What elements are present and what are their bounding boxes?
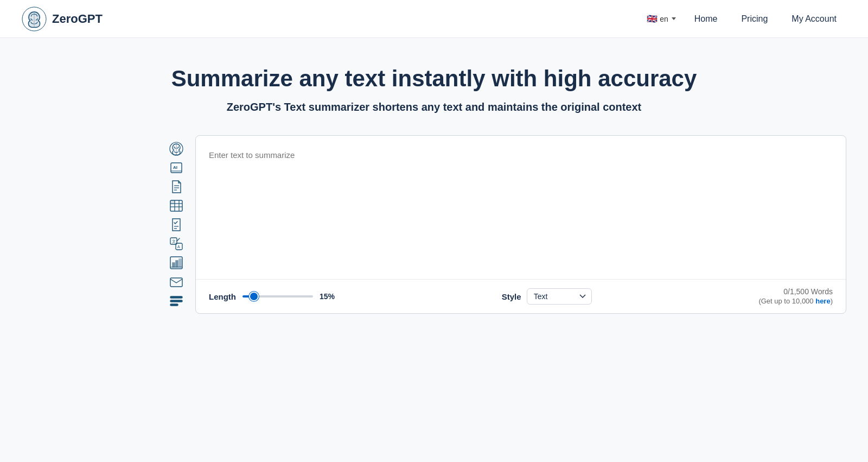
svg-rect-27	[170, 278, 182, 287]
language-selector[interactable]: 🇬🇧 en	[642, 11, 680, 26]
main-container: AI	[0, 135, 868, 314]
slider-container	[242, 295, 313, 298]
svg-rect-30	[170, 304, 178, 306]
length-slider[interactable]	[242, 295, 313, 298]
upgrade-text-after: )	[831, 297, 833, 305]
header: ZeroGPT 🇬🇧 en Home Pricing My Account	[0, 0, 868, 38]
style-label: Style	[502, 292, 521, 301]
sidebar-item-ai-detector[interactable]	[164, 141, 188, 156]
brain-icon	[169, 141, 184, 156]
upgrade-text-before: (Get up to 10,000	[758, 297, 815, 305]
checklist-icon	[169, 217, 184, 232]
chart-icon	[169, 255, 184, 270]
style-select[interactable]: TextBullet PointsParagraph	[527, 288, 592, 305]
table-icon	[169, 198, 184, 213]
svg-rect-15	[170, 200, 175, 204]
ai-content-icon: AI	[169, 160, 184, 175]
logo[interactable]: ZeroGPT	[22, 7, 103, 31]
sidebar-item-translate[interactable]: 文 A	[164, 236, 188, 251]
logo-brain-icon	[22, 7, 47, 31]
editor-controls: Length 15% Style TextBullet PointsParagr…	[196, 279, 846, 313]
svg-text:AI: AI	[173, 165, 177, 170]
style-control: Style TextBullet PointsParagraph	[502, 288, 592, 305]
upgrade-text: (Get up to 10,000 here)	[758, 297, 833, 305]
length-control: Length 15%	[209, 292, 335, 301]
nav: 🇬🇧 en Home Pricing My Account	[642, 10, 846, 28]
chevron-down-icon	[672, 17, 676, 20]
hero-section: Summarize any text instantly with high a…	[0, 38, 868, 130]
nav-home[interactable]: Home	[685, 10, 727, 28]
translate-icon: 文 A	[169, 236, 184, 251]
hero-subtitle: ZeroGPT's Text summarizer shortens any t…	[22, 101, 846, 113]
svg-text:文: 文	[172, 239, 176, 243]
document-icon	[169, 179, 184, 194]
length-label: Length	[209, 292, 236, 301]
nav-my-account[interactable]: My Account	[782, 10, 846, 28]
text-input[interactable]	[196, 136, 846, 277]
upgrade-link[interactable]: here	[815, 297, 830, 305]
svg-rect-28	[170, 296, 182, 298]
sidebar-item-document[interactable]	[164, 179, 188, 194]
sidebar-item-checklist[interactable]	[164, 217, 188, 232]
sidebar-item-more[interactable]	[164, 293, 188, 308]
svg-text:A: A	[177, 245, 180, 249]
svg-rect-23	[173, 263, 175, 267]
length-percent: 15%	[320, 292, 335, 301]
sidebar-item-chart[interactable]	[164, 255, 188, 270]
editor-wrapper: Length 15% Style TextBullet PointsParagr…	[195, 135, 846, 314]
svg-rect-29	[170, 300, 182, 302]
sidebar: AI	[157, 135, 195, 314]
logo-text: ZeroGPT	[52, 12, 103, 26]
email-icon	[169, 274, 184, 289]
sidebar-item-table[interactable]	[164, 198, 188, 213]
word-count-area: 0/1,500 Words (Get up to 10,000 here)	[758, 287, 833, 306]
sidebar-item-email[interactable]	[164, 274, 188, 289]
svg-rect-25	[179, 259, 181, 267]
more-icon	[169, 293, 184, 308]
lang-label: en	[660, 15, 668, 23]
word-count: 0/1,500 Words	[758, 287, 833, 296]
nav-pricing[interactable]: Pricing	[731, 10, 777, 28]
sidebar-item-ai-content[interactable]: AI	[164, 160, 188, 175]
hero-title: Summarize any text instantly with high a…	[22, 65, 846, 92]
svg-rect-24	[176, 261, 178, 267]
flag-icon: 🇬🇧	[647, 14, 658, 24]
